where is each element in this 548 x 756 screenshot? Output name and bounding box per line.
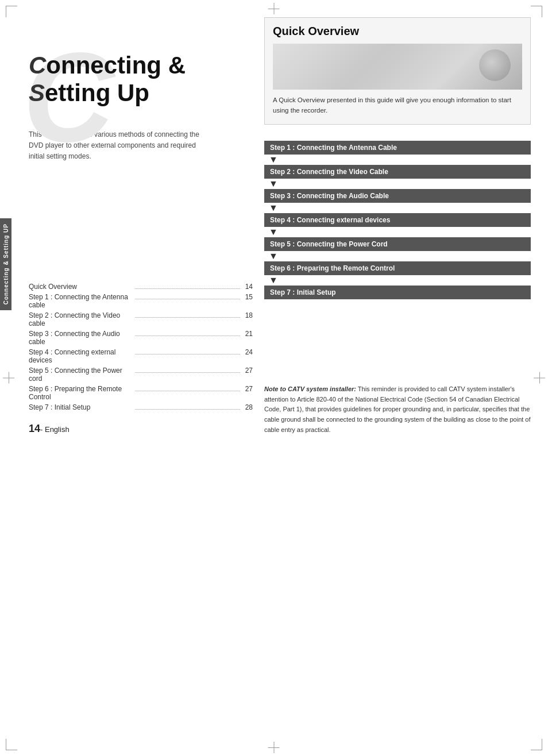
toc-dots xyxy=(135,372,240,373)
step-bar: Step 4 : Connecting external devices xyxy=(264,213,531,227)
corner-mark-tr xyxy=(531,6,542,17)
note-text: This reminder is provided to call CATV s… xyxy=(264,385,531,433)
crosshair-bottom xyxy=(274,742,275,753)
toc-item-page: 21 xyxy=(241,330,253,338)
main-title: Connecting & Setting Up xyxy=(29,52,253,107)
toc-item-label: Step 1 : Connecting the Antenna cable xyxy=(29,293,134,309)
toc-item-page: 27 xyxy=(241,367,253,375)
toc-dots xyxy=(135,409,240,410)
crosshair-right xyxy=(534,378,545,379)
toc-item: Step 6 : Preparing the Remote Control 27 xyxy=(29,385,253,401)
quick-overview-title: Quick Overview xyxy=(273,25,522,38)
page-language: - English xyxy=(40,425,70,434)
toc-item-page: 18 xyxy=(241,311,253,319)
step-arrow-icon: ▼ xyxy=(269,155,278,164)
toc-item: Step 7 : Initial Setup 28 xyxy=(29,403,253,411)
crosshair-left xyxy=(3,378,14,379)
corner-mark-bl xyxy=(6,739,17,750)
toc-dots xyxy=(135,299,240,299)
step-row: Step 3 : Connecting the Audio Cable▼ xyxy=(264,189,531,213)
page-number-section: 14- English xyxy=(29,423,253,435)
toc-item-page: 28 xyxy=(241,403,253,411)
toc-item-label: Step 4 : Connecting external devices xyxy=(29,348,134,364)
toc-item-page: 27 xyxy=(241,385,253,393)
crosshair-top xyxy=(274,3,275,14)
note-section: Note to CATV system installer: This remi… xyxy=(264,373,531,435)
step-arrow-icon: ▼ xyxy=(269,179,278,188)
quick-overview-image xyxy=(273,44,522,90)
steps-container: Step 1 : Connecting the Antenna Cable▼St… xyxy=(264,141,531,299)
left-column: C Connecting & Setting Up This section i… xyxy=(29,17,253,435)
step-bar: Step 3 : Connecting the Audio Cable xyxy=(264,189,531,203)
toc-dots xyxy=(135,288,240,289)
toc-item: Step 5 : Connecting the Power cord 27 xyxy=(29,367,253,383)
toc-item-label: Step 6 : Preparing the Remote Control xyxy=(29,385,134,401)
toc-item-page: 24 xyxy=(241,348,253,356)
step-row: Step 2 : Connecting the Video Cable▼ xyxy=(264,165,531,189)
step-arrow-icon: ▼ xyxy=(269,227,278,237)
toc-item: Step 2 : Connecting the Video cable 18 xyxy=(29,311,253,327)
toc-item-label: Step 3 : Connecting the Audio cable xyxy=(29,330,134,346)
step-row: Step 1 : Connecting the Antenna Cable▼ xyxy=(264,141,531,165)
toc-item-label: Quick Overview xyxy=(29,283,134,291)
step-bar: Step 6 : Preparing the Remote Control xyxy=(264,261,531,275)
toc-dots xyxy=(135,335,240,336)
sidebar-label: Connecting & Setting UP xyxy=(3,223,9,304)
step-bar: Step 2 : Connecting the Video Cable xyxy=(264,165,531,179)
step-arrow-icon: ▼ xyxy=(269,252,278,261)
toc-item: Quick Overview 14 xyxy=(29,283,253,291)
page-number: 14 xyxy=(29,423,40,434)
corner-mark-tl xyxy=(6,6,17,17)
note-label: Note to CATV system installer: xyxy=(264,385,356,392)
step-row: Step 4 : Connecting external devices▼ xyxy=(264,213,531,237)
toc-item-page: 15 xyxy=(241,293,253,301)
step-row: Step 7 : Initial Setup xyxy=(264,286,531,299)
step-arrow-icon: ▼ xyxy=(269,203,278,213)
right-column: Quick Overview A Quick Overview presente… xyxy=(264,17,531,435)
toc-dots xyxy=(135,391,240,391)
title-letter-s: S xyxy=(29,79,45,106)
toc-item-label: Step 7 : Initial Setup xyxy=(29,403,134,411)
step-row: Step 6 : Preparing the Remote Control▼ xyxy=(264,261,531,286)
toc-item-page: 14 xyxy=(241,283,253,291)
step-bar: Step 7 : Initial Setup xyxy=(264,286,531,299)
step-arrow-icon: ▼ xyxy=(269,276,278,285)
sidebar-tab: Connecting & Setting UP xyxy=(0,218,11,310)
toc-wrapper: Quick Overview 14 Step 1 : Connecting th… xyxy=(29,265,253,435)
toc-item: Step 4 : Connecting external devices 24 xyxy=(29,348,253,364)
title-section: C Connecting & Setting Up xyxy=(29,52,253,107)
toc-item: Step 1 : Connecting the Antenna cable 15 xyxy=(29,293,253,309)
toc-dots xyxy=(135,317,240,318)
step-bar: Step 1 : Connecting the Antenna Cable xyxy=(264,141,531,155)
step-bar: Step 5 : Connecting the Power Cord xyxy=(264,237,531,251)
toc-dots xyxy=(135,354,240,354)
corner-mark-br xyxy=(531,739,542,750)
title-letter-c: C xyxy=(29,52,46,79)
quick-overview-box: Quick Overview A Quick Overview presente… xyxy=(264,17,531,125)
step-row: Step 5 : Connecting the Power Cord▼ xyxy=(264,237,531,261)
page-content: C Connecting & Setting Up This section i… xyxy=(11,0,548,452)
toc-section: Quick Overview 14 Step 1 : Connecting th… xyxy=(29,265,253,411)
toc-item-label: Step 5 : Connecting the Power cord xyxy=(29,367,134,383)
toc-item-label: Step 2 : Connecting the Video cable xyxy=(29,311,134,327)
quick-overview-desc: A Quick Overview presented in this guide… xyxy=(273,95,522,116)
toc-item: Step 3 : Connecting the Audio cable 21 xyxy=(29,330,253,346)
